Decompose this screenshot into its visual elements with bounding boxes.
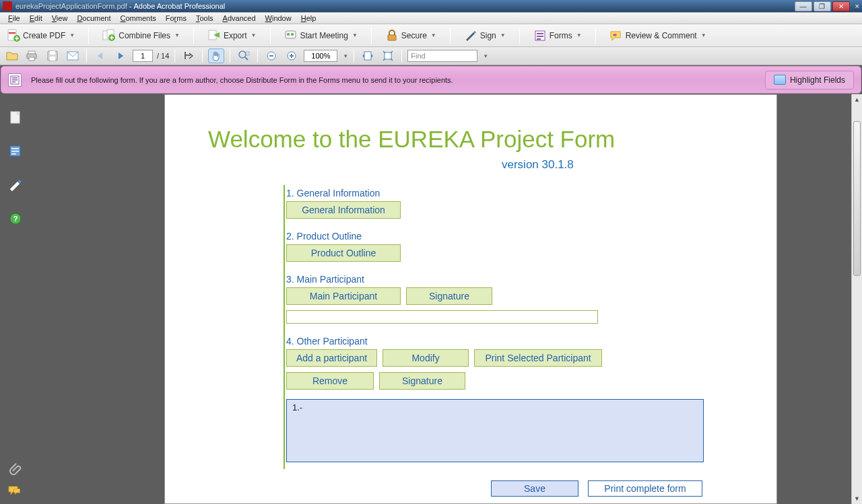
start-meeting-label: Start Meeting [300,31,348,40]
start-meeting-icon [284,29,298,42]
dropdown-icon: ▼ [500,32,506,38]
hand-tool[interactable] [208,48,224,63]
marquee-zoom-tool[interactable] [236,48,252,63]
open-file-button[interactable] [4,48,20,63]
fit-width-button[interactable] [360,48,376,63]
menu-document[interactable]: Document [73,14,114,22]
email-button[interactable] [65,48,81,63]
create-pdf-button[interactable]: Create PDF ▼ [4,27,77,44]
svg-rect-20 [50,57,55,61]
navigation-pane: ? [0,94,31,504]
highlight-fields-button[interactable]: Highlight Fields [765,71,854,89]
svg-rect-34 [12,81,15,83]
comments-panel-button[interactable] [8,484,23,499]
product-outline-button[interactable]: Product Outline [286,244,401,262]
menu-advanced[interactable]: Advanced [219,14,260,22]
comment-icon [609,29,623,42]
lock-icon [385,29,399,42]
combine-files-label: Combine Files [119,31,170,40]
close-button[interactable]: ✕ [832,1,850,11]
highlight-fields-label: Highlight Fields [790,75,845,85]
form-banner-icon [8,73,22,87]
export-icon [207,29,221,42]
maximize-button[interactable]: ❐ [814,1,831,11]
remove-button[interactable]: Remove [286,372,374,390]
scroll-down-button[interactable]: ▼ [852,493,862,504]
save-form-button[interactable]: Save [491,480,578,497]
menu-bar: File Edit View Document Comments Forms T… [0,12,862,24]
svg-rect-10 [388,35,396,40]
find-input[interactable] [407,50,477,62]
zoom-level-input[interactable] [304,50,337,62]
form-body: 1. General Information General Informati… [284,185,776,469]
signature-button-other[interactable]: Signature [379,372,465,390]
window-controls: — ❐ ✕ [793,1,850,11]
combine-files-button[interactable]: Combine Files ▼ [100,27,183,44]
dropdown-icon: ▼ [174,32,180,38]
sign-button[interactable]: Sign ▼ [461,27,508,44]
menu-edit[interactable]: Edit [26,14,46,22]
menu-tools[interactable]: Tools [192,14,218,22]
attachments-panel-button[interactable] [8,461,23,476]
zoom-dropdown[interactable]: ▼ [343,53,348,59]
review-comment-button[interactable]: Review & Comment ▼ [607,27,709,44]
main-participant-field[interactable] [286,310,598,324]
window-title-sep: - [127,2,134,10]
minimize-button[interactable]: — [795,1,812,11]
svg-rect-38 [11,151,19,152]
bottom-buttons: Save Print complete form [491,480,702,497]
save-button[interactable] [44,48,61,63]
page-total: / 14 [157,52,169,60]
prev-page-button[interactable] [92,48,108,63]
primary-toolbar: Create PDF ▼ Combine Files ▼ Export ▼ St… [0,24,862,47]
help-button[interactable]: ? [8,211,23,226]
modify-button[interactable]: Modify [383,349,469,367]
menu-view[interactable]: View [48,14,72,22]
find-dropdown[interactable]: ▼ [483,53,488,59]
menu-comments[interactable]: Comments [117,14,160,22]
menu-file[interactable]: File [4,14,24,22]
svg-rect-23 [246,52,249,55]
general-information-button[interactable]: General Information [286,201,401,219]
zoom-in-button[interactable] [284,48,300,63]
page-title: Welcome to the EUREKA Project Form [208,126,776,153]
signature-button-main[interactable]: Signature [406,287,492,305]
export-button[interactable]: Export ▼ [205,27,259,44]
svg-point-9 [291,33,294,36]
zoom-out-button[interactable] [263,48,279,63]
forms-button[interactable]: Forms ▼ [531,27,585,44]
select-tool[interactable] [180,48,197,63]
svg-rect-32 [12,77,18,79]
menu-forms[interactable]: Forms [162,14,191,22]
svg-rect-19 [50,51,55,55]
scroll-thumb[interactable] [853,121,861,276]
secure-button[interactable]: Secure ▼ [383,27,439,44]
scroll-up-button[interactable]: ▲ [852,94,862,105]
fit-page-button[interactable] [380,48,396,63]
start-meeting-button[interactable]: Start Meeting ▼ [281,27,360,44]
document-viewport[interactable]: Welcome to the EUREKA Project Form versi… [31,94,862,504]
main-participant-button[interactable]: Main Participant [286,287,401,305]
svg-text:?: ? [13,215,18,223]
page-number-input[interactable] [133,50,153,62]
pages-panel-button[interactable] [8,110,23,125]
section-3-label: 3. Main Participant [286,274,776,285]
svg-rect-29 [364,52,371,60]
menu-window[interactable]: Window [261,14,296,22]
doc-close-button[interactable]: × [855,2,859,10]
svg-rect-12 [537,33,543,34]
print-button[interactable] [24,48,40,63]
next-page-button[interactable] [112,48,129,63]
list-item[interactable]: 1.- [292,402,698,412]
vertical-scrollbar[interactable]: ▲ ▼ [851,94,862,504]
signatures-panel-button[interactable] [8,178,23,192]
bookmarks-panel-button[interactable] [8,144,23,159]
form-banner: Please fill out the following form. If y… [1,66,861,94]
forms-icon [533,29,547,42]
print-selected-button[interactable]: Print Selected Participant [474,349,602,367]
print-complete-form-button[interactable]: Print complete form [588,480,702,497]
add-participant-button[interactable]: Add a participant [286,349,377,367]
menu-help[interactable]: Help [297,14,321,22]
participants-listbox[interactable]: 1.- [286,399,704,462]
highlight-fields-icon [774,75,786,85]
